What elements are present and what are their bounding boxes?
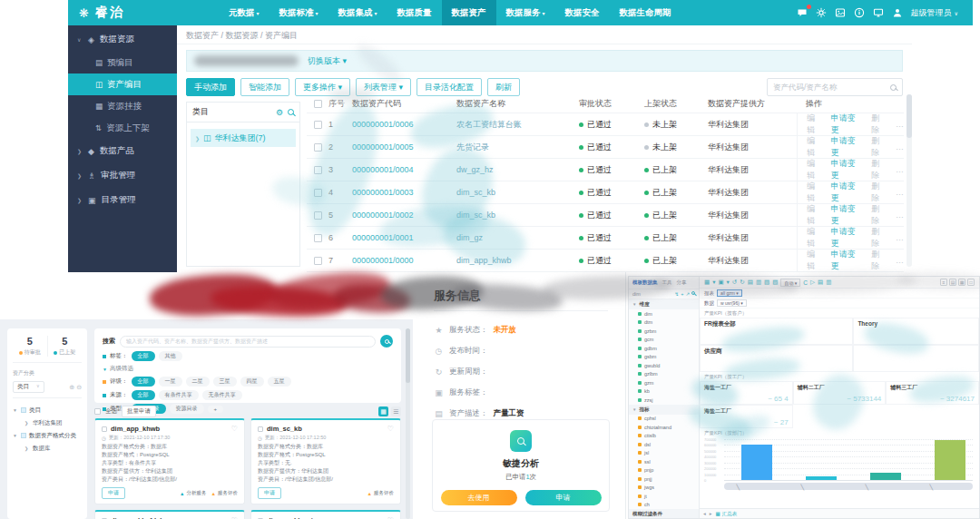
gear-icon[interactable] <box>816 7 827 18</box>
nav-item-7[interactable]: 数据安全 <box>555 0 610 25</box>
op-action[interactable]: 删除 <box>871 226 887 250</box>
nav-item-6[interactable]: 数据服务▾ <box>496 0 555 25</box>
asset-card[interactable]: dim_sc_kb♡◷更新：2021-12-10 17:12:50数据资产格式分… <box>250 418 401 504</box>
nav-item-8[interactable]: 数据生命周期 <box>610 0 681 25</box>
nav-item-5[interactable]: 数据资产 <box>442 0 496 25</box>
op-action[interactable]: 删除 <box>871 113 887 136</box>
service-tag[interactable]: ▲服务评价 <box>368 490 394 496</box>
op-apply-change[interactable]: 申请变更 <box>831 135 864 159</box>
user-icon[interactable] <box>892 7 903 18</box>
layout-icon[interactable]: ▤ <box>949 279 956 286</box>
op-action[interactable]: 删除 <box>871 135 887 159</box>
filter-chip[interactable]: 五星 <box>268 377 291 387</box>
measure-group[interactable]: ▼ 指标 <box>629 405 699 415</box>
favorite-icon[interactable]: ♡ <box>231 425 238 433</box>
toolbar-icon-4[interactable]: ▾ <box>727 279 730 286</box>
toolbar-icon-b1[interactable]: C <box>803 279 808 286</box>
advanced-filter-toggle[interactable]: ▼ 高级筛选 <box>103 365 393 373</box>
asset-code-link[interactable]: 000000001/0005 <box>352 142 414 152</box>
toolbar-button-4[interactable]: 列表管理 ▾ <box>356 78 411 96</box>
batch-apply-button[interactable]: 批量申请 <box>122 406 156 417</box>
search-icon[interactable] <box>288 109 294 115</box>
op-action[interactable]: … <box>896 233 904 242</box>
bi-tab-2[interactable]: 工具 <box>662 279 672 286</box>
dimension-group[interactable]: ▼ 维度 <box>629 299 699 309</box>
expand-all-icon[interactable]: ⊕ <box>69 384 74 391</box>
asset-card[interactable]: dim_sc_kb_wip♡◷更新：2021-12-10 17:12:20数据资… <box>250 510 401 519</box>
op-action[interactable]: … <box>896 165 904 174</box>
tree-node[interactable]: ▼类目 <box>13 404 82 416</box>
tree-checkbox[interactable] <box>21 433 26 438</box>
service-tag[interactable]: ▲分析服务 <box>180 490 206 496</box>
print-icon[interactable]: ▦ <box>958 279 965 286</box>
toolbar-button-5[interactable]: 目录活化配置 <box>416 78 482 96</box>
toolbar-icon-7[interactable]: ▤ <box>748 279 753 286</box>
portal-scrollbar[interactable] <box>406 328 410 519</box>
filter-chip[interactable]: 三星 <box>213 377 237 387</box>
filter-chip[interactable]: 有条件共享 <box>159 390 199 400</box>
op-action[interactable]: 删除 <box>871 249 887 272</box>
asset-name-link[interactable]: dim_sc_kb <box>456 211 495 220</box>
row-checkbox[interactable] <box>314 211 322 220</box>
next-sheet-icon[interactable]: ▸ <box>710 511 712 516</box>
tree-child-node[interactable]: ❯华利达集团 <box>13 416 82 429</box>
dimension-field[interactable]: gdbm <box>629 344 699 353</box>
op-action[interactable]: … <box>896 120 904 129</box>
dimension-field[interactable]: gsbm <box>629 353 699 362</box>
toolbar-icon-8[interactable]: ▥ <box>756 279 761 286</box>
close-icon[interactable]: □ <box>967 279 975 286</box>
dimension-field[interactable]: dtm <box>629 318 699 328</box>
toolbar-icon-b4[interactable]: ▥ <box>826 279 831 286</box>
export-icon[interactable]: ≡ <box>940 279 947 286</box>
asset-code-link[interactable]: 000000001/0004 <box>352 165 414 174</box>
toolbar-button-3[interactable]: 更多操作 ▾ <box>295 78 350 96</box>
portal-search-button[interactable] <box>380 335 393 348</box>
list-view-toggle[interactable]: ☰ <box>391 406 401 416</box>
table-scrollbar[interactable] <box>906 94 912 267</box>
op-action[interactable]: 删除 <box>871 181 887 204</box>
toolbar-icon-9[interactable]: ▧ <box>764 279 769 286</box>
op-action[interactable]: 编辑 <box>807 249 823 272</box>
search-icon[interactable] <box>691 291 695 295</box>
filter-chip[interactable]: 全部 <box>132 390 155 400</box>
asset-name-link[interactable]: dim_sc_kb <box>456 188 495 197</box>
op-action[interactable]: … <box>896 188 904 197</box>
sidebar-item-4[interactable]: ⇅资源上下架 <box>68 117 177 139</box>
asset-search-input[interactable] <box>773 83 887 92</box>
collapse-all-icon[interactable]: ⊖ <box>76 384 82 391</box>
bi-tree-search-text[interactable]: dim <box>632 291 641 297</box>
row-checkbox[interactable] <box>314 166 322 174</box>
go-use-button[interactable]: 去使用 <box>441 490 517 505</box>
toolbar-icon-5[interactable]: ↺ <box>732 279 737 286</box>
filter-chip[interactable]: 四星 <box>240 377 264 387</box>
tree-child-node[interactable]: ❯数据库 <box>13 442 82 455</box>
info-icon[interactable] <box>854 7 865 18</box>
param-select[interactable]: w usr(96) ▾ <box>717 299 747 307</box>
sidebar-group-4[interactable]: ❯▣目录管理 <box>68 188 177 212</box>
op-action[interactable]: 编辑 <box>807 203 823 227</box>
op-action[interactable]: … <box>896 211 904 220</box>
sidebar-group-1[interactable]: ∨◈数据资源 <box>68 27 177 52</box>
dimension-field[interactable]: gwubld <box>629 361 699 370</box>
dimension-field[interactable]: gzlbm <box>629 370 699 379</box>
op-action[interactable]: … <box>896 256 904 265</box>
measure-field[interactable]: jwgs <box>629 484 699 493</box>
image-icon[interactable] <box>835 7 846 18</box>
row-checkbox[interactable] <box>314 143 322 152</box>
card-apply-button[interactable]: 申请 <box>258 487 281 499</box>
asset-code-link[interactable]: 000000001/0003 <box>352 188 414 197</box>
bi-tab-1[interactable]: 模板数据集 <box>632 279 658 286</box>
param-select[interactable]: all gzm ▾ <box>717 289 742 297</box>
card-checkbox[interactable] <box>102 426 107 432</box>
grid-view-toggle[interactable]: ▦ <box>378 406 388 416</box>
tree-checkbox[interactable] <box>21 407 26 413</box>
dimension-field[interactable]: kb <box>629 387 699 397</box>
asset-name-link[interactable]: dim_app_khwb <box>456 256 512 265</box>
tree-node[interactable]: ▼数据资产格式分类 <box>13 429 82 442</box>
op-apply-change[interactable]: 申请变更 <box>831 113 864 136</box>
add-icon[interactable]: + <box>681 291 683 297</box>
toolbar-icon-3[interactable]: ▣ <box>718 279 723 286</box>
message-icon[interactable] <box>797 7 808 18</box>
nav-item-4[interactable]: 数据质量 <box>387 0 442 25</box>
select-all-checkbox[interactable] <box>94 408 101 415</box>
